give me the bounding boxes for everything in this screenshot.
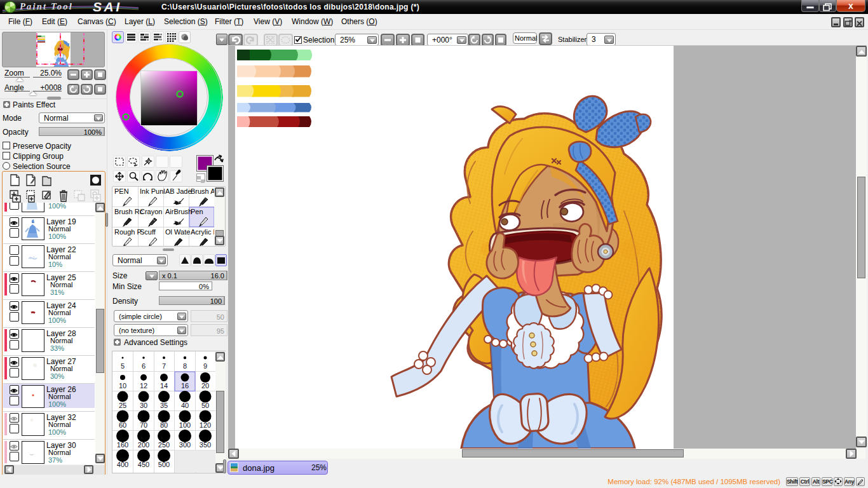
svg-text:AirBrush: AirBrush bbox=[165, 208, 192, 215]
svg-text:400: 400 bbox=[117, 461, 128, 468]
svg-text:Scuff: Scuff bbox=[140, 228, 156, 236]
svg-text:25: 25 bbox=[119, 402, 126, 409]
svg-text:10: 10 bbox=[119, 382, 126, 390]
svg-text:40: 40 bbox=[181, 402, 189, 409]
svg-text:Crayon: Crayon bbox=[140, 208, 162, 215]
svg-text:9: 9 bbox=[203, 362, 207, 370]
svg-text:5: 5 bbox=[121, 362, 125, 370]
svg-text:300: 300 bbox=[179, 441, 191, 449]
svg-text:12: 12 bbox=[140, 382, 147, 390]
svg-text:35: 35 bbox=[160, 402, 168, 409]
svg-text:80: 80 bbox=[160, 421, 168, 429]
svg-text:120: 120 bbox=[200, 421, 211, 429]
svg-text:6: 6 bbox=[142, 362, 146, 370]
svg-text:Brush Rc: Brush Rc bbox=[114, 208, 144, 215]
svg-text:16: 16 bbox=[181, 382, 189, 390]
svg-text:Rough P: Rough P bbox=[114, 228, 142, 236]
svg-text:100: 100 bbox=[179, 421, 191, 429]
svg-text:SAI: SAI bbox=[93, 0, 122, 14]
svg-text:70: 70 bbox=[140, 421, 147, 429]
svg-text:350: 350 bbox=[200, 441, 211, 449]
svg-text:PEN: PEN bbox=[114, 187, 129, 195]
svg-text:200: 200 bbox=[138, 441, 149, 449]
svg-text:7: 7 bbox=[162, 362, 166, 370]
svg-text:20: 20 bbox=[201, 382, 209, 390]
svg-text:14: 14 bbox=[160, 382, 168, 390]
svg-text:x: x bbox=[848, 1, 853, 11]
svg-text:250: 250 bbox=[158, 441, 170, 449]
svg-text:Paint Tool: Paint Tool bbox=[20, 1, 73, 11]
svg-text:30: 30 bbox=[140, 402, 147, 409]
svg-text:Pen: Pen bbox=[191, 208, 203, 215]
svg-text:AB Jade: AB Jade bbox=[165, 187, 192, 195]
svg-text:60: 60 bbox=[119, 421, 126, 429]
svg-text:450: 450 bbox=[138, 461, 149, 468]
svg-text:Acrylic L: Acrylic L bbox=[191, 228, 217, 236]
svg-text:8: 8 bbox=[183, 362, 187, 370]
svg-text:Ol Wate: Ol Wate bbox=[165, 228, 190, 236]
svg-text:160: 160 bbox=[117, 441, 128, 449]
svg-text:50: 50 bbox=[201, 402, 209, 409]
svg-text:500: 500 bbox=[158, 461, 170, 468]
svg-text:Ink Punl: Ink Punl bbox=[140, 187, 165, 195]
